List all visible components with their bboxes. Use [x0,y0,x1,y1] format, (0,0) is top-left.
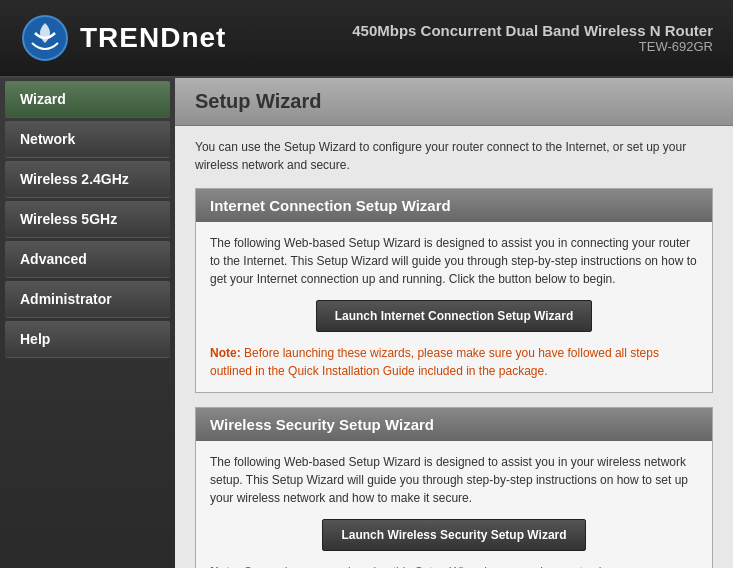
internet-wizard-desc: The following Web-based Setup Wizard is … [210,234,698,288]
header: TRENDnet 450Mbps Concurrent Dual Band Wi… [0,0,733,78]
model-title: 450Mbps Concurrent Dual Band Wireless N … [352,22,713,39]
sidebar-item-network[interactable]: Network [5,121,170,158]
wireless-wizard-note: Note: Some changes made using this Setup… [210,563,698,568]
wireless-wizard-btn-row: Launch Wireless Security Setup Wizard [210,519,698,551]
brand-name: TRENDnet [80,22,226,54]
content-body: You can use the Setup Wizard to configur… [175,126,733,568]
internet-wizard-title: Internet Connection Setup Wizard [210,197,698,214]
sidebar-item-wireless-5[interactable]: Wireless 5GHz [5,201,170,238]
note-label: Note: [210,346,241,360]
sidebar-item-help[interactable]: Help [5,321,170,358]
internet-wizard-note-text: Before launching these wizards, please m… [210,346,659,378]
header-model-info: 450Mbps Concurrent Dual Band Wireless N … [352,22,713,54]
trendnet-logo-icon [20,13,70,63]
wireless-wizard-desc: The following Web-based Setup Wizard is … [210,453,698,507]
internet-wizard-note: Note: Before launching these wizards, pl… [210,344,698,380]
internet-wizard-box: Internet Connection Setup Wizard The fol… [195,188,713,393]
sidebar-item-wireless-24[interactable]: Wireless 2.4GHz [5,161,170,198]
internet-wizard-body: The following Web-based Setup Wizard is … [196,222,712,392]
model-number: TEW-692GR [352,39,713,54]
wireless-wizard-title: Wireless Security Setup Wizard [210,416,698,433]
sidebar: Wizard Network Wireless 2.4GHz Wireless … [0,78,175,568]
internet-wizard-btn-row: Launch Internet Connection Setup Wizard [210,300,698,332]
wireless-wizard-header: Wireless Security Setup Wizard [196,408,712,441]
logo-area: TRENDnet [20,13,226,63]
sidebar-item-wizard[interactable]: Wizard [5,81,170,118]
wireless-wizard-box: Wireless Security Setup Wizard The follo… [195,407,713,568]
content-header: Setup Wizard [175,78,733,126]
launch-wireless-wizard-button[interactable]: Launch Wireless Security Setup Wizard [322,519,585,551]
intro-text: You can use the Setup Wizard to configur… [195,138,713,174]
launch-internet-wizard-button[interactable]: Launch Internet Connection Setup Wizard [316,300,593,332]
sidebar-item-advanced[interactable]: Advanced [5,241,170,278]
main-layout: Wizard Network Wireless 2.4GHz Wireless … [0,78,733,568]
content-area: Setup Wizard You can use the Setup Wizar… [175,78,733,568]
page-title: Setup Wizard [195,90,713,113]
sidebar-item-administrator[interactable]: Administrator [5,281,170,318]
internet-wizard-header: Internet Connection Setup Wizard [196,189,712,222]
wireless-wizard-body: The following Web-based Setup Wizard is … [196,441,712,568]
